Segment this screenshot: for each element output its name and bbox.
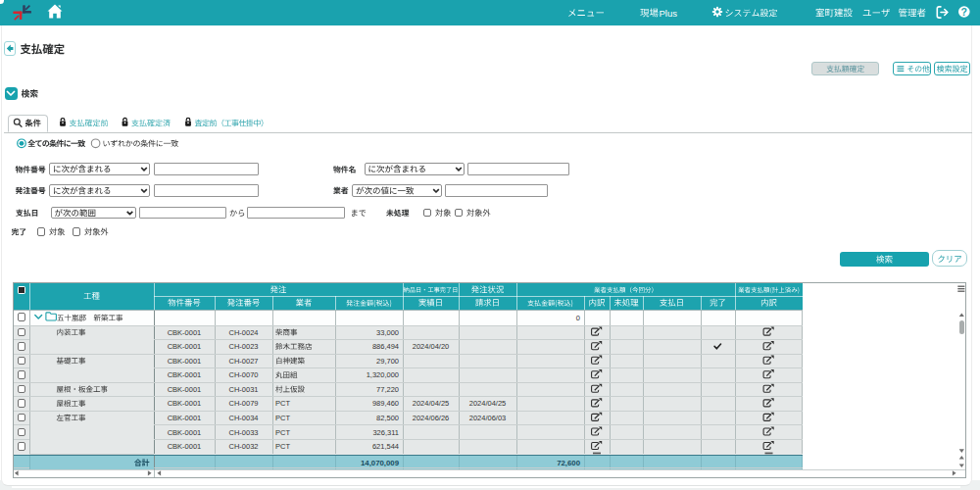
svg-text:?: ? xyxy=(961,6,967,18)
svg-text:2024/06/26: 2024/06/26 xyxy=(413,414,450,422)
svg-text:CBK-0001: CBK-0001 xyxy=(168,328,202,337)
svg-text:CH-0031: CH-0031 xyxy=(228,385,258,394)
svg-text:CBK-0001: CBK-0001 xyxy=(168,399,202,408)
svg-text:PCT: PCT xyxy=(275,399,290,408)
svg-text:PCT: PCT xyxy=(275,428,290,437)
svg-text:CBK-0001: CBK-0001 xyxy=(168,414,202,422)
svg-text:0: 0 xyxy=(576,314,580,322)
svg-text:CH-0079: CH-0079 xyxy=(228,399,258,408)
svg-text:CBK-0001: CBK-0001 xyxy=(168,357,202,366)
svg-text:72,600: 72,600 xyxy=(557,459,581,467)
svg-text:1,320,000: 1,320,000 xyxy=(367,370,399,379)
svg-text:326,311: 326,311 xyxy=(372,428,399,437)
svg-text:CH-0024: CH-0024 xyxy=(228,328,258,337)
svg-text:CH-0032: CH-0032 xyxy=(228,442,258,451)
svg-text:PCT: PCT xyxy=(275,414,290,422)
svg-text:989,460: 989,460 xyxy=(372,399,399,408)
svg-text:CH-0033: CH-0033 xyxy=(228,428,258,437)
svg-text:886,494: 886,494 xyxy=(372,342,399,351)
svg-text:2024/04/25: 2024/04/25 xyxy=(469,399,507,408)
svg-text:33,000: 33,000 xyxy=(376,328,399,337)
svg-text:2024/06/03: 2024/06/03 xyxy=(469,414,507,422)
svg-text:Plus: Plus xyxy=(660,8,678,19)
svg-text:2024/04/20: 2024/04/20 xyxy=(413,342,450,351)
svg-text:621,544: 621,544 xyxy=(372,442,399,451)
svg-text:CBK-0001: CBK-0001 xyxy=(168,385,202,394)
svg-text:2024/04/25: 2024/04/25 xyxy=(413,399,450,408)
svg-text:CH-0023: CH-0023 xyxy=(228,342,258,351)
svg-text:CBK-0001: CBK-0001 xyxy=(168,428,202,437)
svg-text:82,500: 82,500 xyxy=(376,414,399,422)
svg-text:CH-0034: CH-0034 xyxy=(228,414,258,422)
svg-text:CH-0027: CH-0027 xyxy=(228,357,258,366)
svg-text:CBK-0001: CBK-0001 xyxy=(168,370,202,379)
svg-text:77,220: 77,220 xyxy=(376,385,399,394)
svg-text:CH-0070: CH-0070 xyxy=(228,370,258,379)
svg-text:PCT: PCT xyxy=(275,442,290,451)
svg-text:29,700: 29,700 xyxy=(376,357,399,366)
svg-text:CBK-0001: CBK-0001 xyxy=(168,342,202,351)
svg-text:14,070,009: 14,070,009 xyxy=(361,459,400,467)
svg-text:CBK-0001: CBK-0001 xyxy=(168,442,202,451)
